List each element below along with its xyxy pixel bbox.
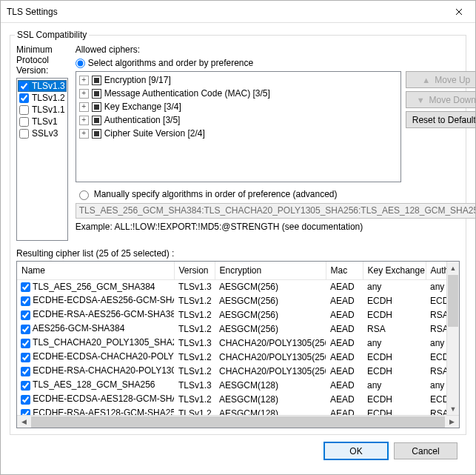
protocol-item[interactable]: TLSv1.2 (18, 92, 67, 104)
row-checkbox[interactable] (21, 381, 30, 391)
col-keyx[interactable]: Key Exchange (363, 262, 426, 279)
table-row[interactable]: ECDHE-RSA-AES256-GCM-SHA384TLSv1.2AESGCM… (17, 308, 446, 322)
cell-mac: AEAD (326, 406, 363, 415)
cell-keyx: ECDH (363, 308, 426, 322)
protocol-item[interactable]: TLSv1.1 (18, 104, 67, 116)
col-auth[interactable]: Auth (426, 262, 446, 279)
expand-icon[interactable]: + (79, 89, 89, 99)
table-row[interactable]: ECDHE-ECDSA-CHACHA20-POLY1305TLSv1.2CHAC… (17, 350, 446, 364)
row-checkbox[interactable] (21, 409, 30, 415)
scroll-thumb[interactable] (448, 275, 458, 327)
cell-name: ECDHE-ECDSA-AES128-GCM-SHA256 (30, 393, 174, 404)
protocol-label: Minimum Protocol Version: (16, 44, 68, 76)
tree-item[interactable]: +Cipher Suite Version [2/4] (78, 127, 399, 140)
tree-item[interactable]: +Key Exchange [3/4] (78, 100, 399, 113)
reset-label: Reset to Defaults (412, 115, 475, 125)
horizontal-scrollbar[interactable]: ◀ ▶ (17, 415, 459, 428)
row-checkbox[interactable] (21, 339, 30, 348)
cell-mac: AEAD (326, 378, 363, 392)
radio-manual-mode[interactable]: Manually specify algorithms in order of … (76, 188, 475, 200)
example-text: Example: ALL:!LOW:!EXPORT:!MD5:@STRENGTH… (76, 222, 475, 232)
protocol-checkbox[interactable] (19, 129, 29, 139)
cell-version: TLSv1.2 (174, 392, 215, 406)
protocol-list[interactable]: TLSv1.3TLSv1.2TLSv1.1TLSv1SSLv3 (16, 78, 68, 241)
tristate-checkbox[interactable] (92, 116, 101, 125)
move-down-button[interactable]: ▼ Move Down (406, 91, 475, 108)
ssl-compat-group: SSL Compatibility Minimum Protocol Versi… (10, 35, 466, 435)
protocol-column: Minimum Protocol Version: TLSv1.3TLSv1.2… (16, 44, 68, 241)
row-checkbox[interactable] (21, 310, 30, 320)
cell-name: AES256-GCM-SHA384 (30, 323, 124, 333)
table-row[interactable]: TLS_AES_256_GCM_SHA384TLSv1.3AESGCM(256)… (17, 279, 446, 293)
row-checkbox[interactable] (21, 282, 30, 292)
tristate-checkbox[interactable] (92, 76, 101, 85)
protocol-checkbox[interactable] (19, 117, 29, 127)
tristate-checkbox[interactable] (92, 129, 101, 139)
cell-version: TLSv1.2 (174, 350, 215, 364)
radio-select-mode[interactable]: Select algorithms and order by preferenc… (76, 58, 475, 68)
tristate-checkbox[interactable] (92, 89, 101, 99)
tristate-checkbox[interactable] (92, 102, 101, 112)
move-down-label: Move Down (429, 95, 475, 105)
row-checkbox[interactable] (21, 353, 30, 362)
cell-version: TLSv1.3 (174, 336, 215, 350)
expand-icon[interactable]: + (79, 129, 89, 139)
cancel-button[interactable]: Cancel (394, 442, 457, 459)
cell-auth: ECDSA (426, 350, 446, 364)
ok-button[interactable]: OK (324, 442, 388, 459)
close-button[interactable] (442, 1, 475, 22)
tree-item[interactable]: +Message Authentication Code (MAC) [3/5] (78, 87, 399, 100)
protocol-item[interactable]: TLSv1 (18, 116, 67, 127)
protocol-checkbox[interactable] (19, 105, 29, 115)
cell-version: TLSv1.2 (174, 364, 215, 378)
col-version[interactable]: Version (174, 262, 215, 279)
col-name[interactable]: Name (17, 262, 174, 279)
ciphers-column: Allowed ciphers: Select algorithms and o… (76, 44, 475, 241)
cipher-table[interactable]: Name Version Encryption Mac Key Exchange… (17, 262, 446, 415)
vertical-scrollbar[interactable]: ▲ ▼ (446, 262, 459, 415)
table-row[interactable]: TLS_CHACHA20_POLY1305_SHA256TLSv1.3CHACH… (17, 336, 446, 350)
content-area: SSL Compatibility Minimum Protocol Versi… (1, 23, 475, 474)
manual-input-row: TLS_AES_256_GCM_SHA384:TLS_CHACHA20_POLY… (76, 203, 475, 219)
cell-mac: AEAD (326, 279, 363, 293)
tree-item[interactable]: +Encryption [9/17] (78, 73, 399, 87)
table-row[interactable]: TLS_AES_128_GCM_SHA256TLSv1.3AESGCM(128)… (17, 378, 446, 392)
ciphers-label: Allowed ciphers: (76, 44, 475, 55)
expand-icon[interactable]: + (79, 76, 89, 85)
table-row[interactable]: ECDHE-RSA-AES128-GCM-SHA256TLSv1.2AESGCM… (17, 406, 446, 415)
row-checkbox[interactable] (21, 367, 30, 376)
cell-encryption: AESGCM(256) (215, 279, 326, 293)
row-checkbox[interactable] (21, 395, 30, 405)
col-mac[interactable]: Mac (326, 262, 363, 279)
table-row[interactable]: ECDHE-RSA-CHACHA20-POLY1305TLSv1.2CHACHA… (17, 364, 446, 378)
protocol-checkbox[interactable] (19, 93, 29, 103)
table-row[interactable]: AES256-GCM-SHA384TLSv1.2AESGCM(256)AEADR… (17, 322, 446, 336)
expand-icon[interactable]: + (79, 116, 89, 125)
row-checkbox[interactable] (21, 296, 30, 306)
arrow-down-icon: ▼ (417, 96, 425, 104)
move-up-button[interactable]: ▲ Move Up (406, 71, 475, 88)
protocol-checkbox[interactable] (19, 82, 29, 91)
cell-keyx: RSA (363, 322, 426, 336)
expand-icon[interactable]: + (79, 102, 89, 112)
manual-cipher-input[interactable]: TLS_AES_256_GCM_SHA384:TLS_CHACHA20_POLY… (76, 203, 475, 219)
tree-item[interactable]: +Authentication [3/5] (78, 113, 399, 127)
col-encryption[interactable]: Encryption (215, 262, 326, 279)
scroll-right-icon: ▶ (446, 418, 457, 425)
reset-defaults-button[interactable]: Reset to Defaults (406, 111, 475, 128)
radio-select-input[interactable] (76, 59, 85, 68)
table-row[interactable]: ECDHE-ECDSA-AES128-GCM-SHA256TLSv1.2AESG… (17, 392, 446, 406)
protocol-item[interactable]: SSLv3 (18, 127, 67, 139)
table-row[interactable]: ECDHE-ECDSA-AES256-GCM-SHA384TLSv1.2AESG… (17, 293, 446, 308)
cell-version: TLSv1.3 (174, 378, 215, 392)
hscroll-thumb[interactable] (31, 416, 445, 428)
row-checkbox[interactable] (21, 325, 30, 334)
cipher-tree[interactable]: +Encryption [9/17]+Message Authenticatio… (76, 71, 401, 182)
cell-version: TLSv1.2 (174, 308, 215, 322)
cell-keyx: any (363, 279, 426, 293)
cell-mac: AEAD (326, 350, 363, 364)
radio-manual-input[interactable] (79, 190, 89, 200)
protocol-item[interactable]: TLSv1.3 (18, 80, 67, 92)
protocol-item-label: TLSv1.1 (32, 104, 65, 115)
scroll-down-icon: ▼ (447, 402, 459, 415)
